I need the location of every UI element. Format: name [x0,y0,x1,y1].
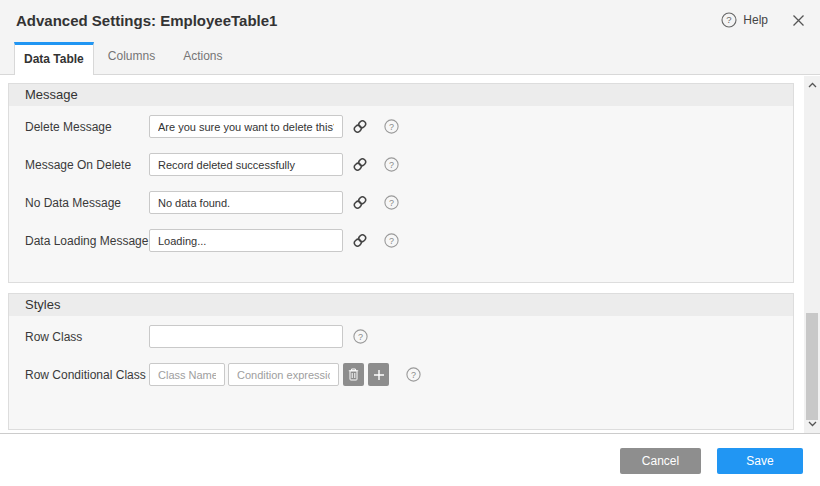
svg-text:?: ? [389,122,394,132]
plus-icon [373,369,385,381]
field-row-row-class: Row Class ? [25,325,793,348]
help-label: Help [743,13,768,27]
add-row-button[interactable] [368,363,389,386]
field-row-message-on-delete: Message On Delete ? [25,153,793,176]
scroll-down-button[interactable] [804,417,820,431]
tab-bar: Data Table Columns Actions [0,40,820,75]
no-data-message-input[interactable] [149,191,343,214]
row-class-input[interactable] [149,325,343,348]
field-row-data-loading-message: Data Loading Message ? [25,229,793,252]
svg-text:?: ? [389,198,394,208]
delete-message-input[interactable] [149,115,343,138]
field-help-icon[interactable]: ? [384,119,399,134]
trash-icon [348,368,359,381]
tab-data-table[interactable]: Data Table [14,42,94,75]
class-name-input[interactable] [149,363,225,386]
chevron-up-icon [808,82,817,88]
cancel-button[interactable]: Cancel [620,448,701,474]
vertical-scrollbar[interactable] [804,76,820,433]
link-icon[interactable] [353,157,367,172]
link-icon[interactable] [353,195,367,210]
message-on-delete-label: Message On Delete [25,158,149,172]
data-loading-message-input[interactable] [149,229,343,252]
close-button[interactable] [792,14,805,27]
row-class-label: Row Class [25,330,149,344]
delete-row-button[interactable] [343,363,364,386]
link-icon[interactable] [353,233,367,248]
condition-expression-input[interactable] [228,363,339,386]
svg-text:?: ? [727,14,732,25]
delete-message-label: Delete Message [25,120,149,134]
svg-text:?: ? [358,332,363,342]
field-row-delete-message: Delete Message ? [25,115,793,138]
advanced-settings-dialog: Advanced Settings: EmployeeTable1 ? Help… [0,0,820,486]
tab-columns[interactable]: Columns [94,49,169,74]
dialog-title: Advanced Settings: EmployeeTable1 [0,12,721,29]
svg-text:?: ? [411,370,416,380]
help-icon: ? [721,12,737,28]
styles-section-title: Styles [9,294,793,316]
row-conditional-class-label: Row Conditional Class [25,368,149,382]
help-button[interactable]: ? Help [721,12,768,28]
scroll-up-button[interactable] [804,78,820,92]
save-button[interactable]: Save [717,448,803,474]
tab-actions[interactable]: Actions [169,49,236,74]
dialog-footer: Cancel Save [0,433,820,486]
scrollbar-thumb[interactable] [806,313,818,420]
message-section: Message Delete Message [8,83,794,283]
field-row-no-data-message: No Data Message ? [25,191,793,214]
field-help-icon[interactable]: ? [384,233,399,248]
field-row-row-conditional-class: Row Conditional Class [25,363,793,386]
styles-section: Styles Row Class ? Row Conditional Class [8,293,794,430]
settings-content: Message Delete Message [0,75,804,433]
field-help-icon[interactable]: ? [384,195,399,210]
field-help-icon[interactable]: ? [406,367,421,382]
message-on-delete-input[interactable] [149,153,343,176]
field-help-icon[interactable]: ? [353,329,368,344]
field-help-icon[interactable]: ? [384,157,399,172]
data-loading-message-label: Data Loading Message [25,234,149,248]
no-data-message-label: No Data Message [25,196,149,210]
close-icon [792,14,805,27]
link-icon[interactable] [353,119,367,134]
chevron-down-icon [808,421,817,427]
svg-text:?: ? [389,236,394,246]
message-section-title: Message [9,84,793,106]
dialog-titlebar: Advanced Settings: EmployeeTable1 ? Help [0,0,820,40]
svg-text:?: ? [389,160,394,170]
